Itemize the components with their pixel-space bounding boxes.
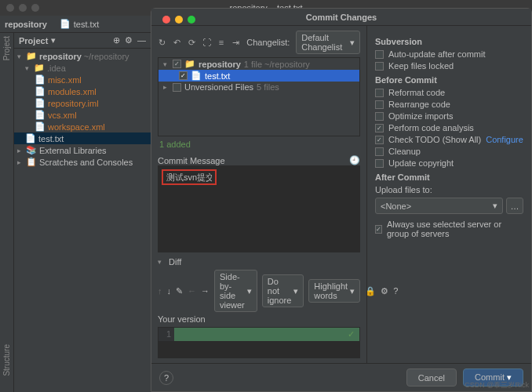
- tree-file[interactable]: 📄workspace.xml: [14, 121, 151, 132]
- tree-external[interactable]: ▸📚External Libraries: [14, 144, 151, 156]
- upload-label: Upload files to:: [375, 185, 523, 194]
- commit-message-label: Commit Message: [158, 156, 225, 165]
- collapse-icon[interactable]: ⇥: [231, 36, 240, 49]
- file-icon: 📄: [35, 110, 46, 120]
- rail-project[interactable]: Project: [2, 36, 11, 60]
- gutter-line: 1: [159, 328, 174, 341]
- scratch-icon: 📋: [26, 157, 37, 167]
- collapse-icon[interactable]: —: [137, 35, 146, 45]
- tree-root[interactable]: ▾📁repository ~/repository: [14, 50, 151, 62]
- checkbox-analysis[interactable]: ✓: [375, 124, 384, 132]
- library-icon: 📚: [26, 145, 37, 155]
- tree-file[interactable]: 📄modules.xml: [14, 85, 151, 97]
- checkbox[interactable]: [173, 83, 181, 92]
- ignore-select[interactable]: Do not ignore▾: [262, 274, 304, 307]
- history-icon[interactable]: 🕘: [349, 155, 360, 165]
- cancel-button[interactable]: Cancel: [406, 368, 457, 387]
- help-button[interactable]: ?: [159, 371, 173, 385]
- group-icon[interactable]: ≡: [217, 36, 226, 49]
- file-icon: 📄: [191, 71, 202, 81]
- dialog-title: Commit Changes: [306, 13, 377, 22]
- file-icon: 📄: [35, 74, 46, 85]
- next-diff-icon[interactable]: ↓: [167, 286, 172, 296]
- configure-link[interactable]: Configure: [486, 135, 523, 144]
- expand-icon[interactable]: ⛶: [202, 36, 211, 49]
- tree-file[interactable]: 📄misc.xml: [14, 74, 151, 85]
- changelist-label: Changelist:: [246, 38, 290, 47]
- subversion-section: Subversion: [375, 37, 523, 46]
- forward-icon[interactable]: →: [201, 286, 210, 296]
- checkbox-keep-locked[interactable]: [375, 62, 384, 71]
- tree-file-row[interactable]: ✓📄test.txt: [159, 70, 359, 82]
- commit-message-box[interactable]: [158, 165, 360, 252]
- checkbox-reformat[interactable]: [375, 89, 384, 97]
- checkbox[interactable]: ✓: [173, 60, 181, 68]
- commit-toolbar: ↻ ↶ ⟳ ⛶ ≡ ⇥ Changelist: Default Changeli…: [158, 31, 360, 54]
- tree-file[interactable]: 📄vcs.xml: [14, 109, 151, 121]
- project-tree: ▾📁repository ~/repository ▾📁.idea 📄misc.…: [14, 49, 151, 169]
- after-commit-section: After Commit: [375, 172, 523, 182]
- file-icon: 📄: [25, 133, 36, 143]
- prev-diff-icon[interactable]: ↑: [158, 286, 162, 296]
- before-commit-section: Before Commit: [375, 75, 523, 85]
- commit-dialog: Commit Changes ↻ ↶ ⟳ ⛶ ≡ ⇥ Changelist: D…: [151, 8, 532, 392]
- tree-repo-row[interactable]: ▾✓📁repository 1 file ~/repository: [159, 58, 359, 70]
- project-breadcrumb[interactable]: repository: [0, 18, 52, 31]
- folder-icon: 📁: [184, 59, 195, 69]
- tree-unversioned-row[interactable]: ▸Unversioned Files 5 files: [159, 82, 359, 93]
- diff-viewer[interactable]: 1✓: [158, 327, 360, 358]
- panel-title: Project: [19, 36, 48, 45]
- checkbox-cleanup[interactable]: [375, 147, 384, 156]
- project-panel: Project▾ ⊕⚙— ▾📁repository ~/repository ▾…: [14, 33, 151, 392]
- upload-more-button[interactable]: …: [506, 198, 523, 214]
- added-count: 1 added: [158, 136, 360, 152]
- upload-select[interactable]: <None>▾: [375, 198, 503, 214]
- tree-idea[interactable]: ▾📁.idea: [14, 62, 151, 74]
- file-icon: 📄: [35, 98, 46, 108]
- changed-files-tree: ▾✓📁repository 1 file ~/repository ✓📄test…: [158, 57, 360, 136]
- checkbox-todo[interactable]: ✓: [375, 136, 384, 144]
- checkbox-optimize[interactable]: [375, 112, 384, 121]
- undo-icon[interactable]: ↶: [173, 36, 181, 49]
- folder-icon: 📁: [34, 63, 45, 73]
- watermark: CSDN @泰三岁Rick: [465, 380, 529, 390]
- tree-file-selected[interactable]: 📄test.txt: [14, 132, 151, 144]
- checkbox[interactable]: ✓: [179, 71, 188, 80]
- dialog-traffic-lights[interactable]: [156, 12, 202, 27]
- refresh-icon[interactable]: ↻: [158, 36, 166, 49]
- highlight-select[interactable]: Highlight words▾: [308, 279, 360, 303]
- chevron-down-icon[interactable]: ▾: [51, 35, 56, 45]
- check-icon: ✓: [343, 328, 359, 341]
- rail-structure[interactable]: Structure: [2, 344, 11, 376]
- back-icon[interactable]: ←: [188, 286, 196, 296]
- file-icon: 📄: [35, 86, 46, 96]
- checkbox-always-server[interactable]: ✓: [375, 225, 382, 234]
- tool-window-rail: Project Structure: [0, 33, 14, 392]
- file-icon: 📄: [35, 122, 46, 132]
- tree-scratches[interactable]: ▸📋Scratches and Consoles: [14, 156, 151, 168]
- chevron-down-icon[interactable]: ▾: [158, 258, 164, 266]
- commit-options-panel: Subversion Auto-update after commit Keep…: [366, 26, 531, 363]
- locate-icon[interactable]: ⊕: [113, 35, 120, 45]
- changelist-select[interactable]: Default Changelist▾: [296, 31, 360, 54]
- traffic-lights: [0, 0, 46, 16]
- diff-label: Diff: [169, 257, 181, 267]
- editor-tab[interactable]: 📄test.txt: [52, 16, 107, 31]
- diff-toolbar: ↑ ↓ ✎ ← → Side-by-side viewer▾ Do not ig…: [158, 270, 360, 312]
- edit-icon[interactable]: ✎: [176, 286, 183, 296]
- checkbox-auto-update[interactable]: [375, 50, 384, 59]
- chevron-down-icon: ▾: [350, 38, 355, 48]
- file-icon: 📄: [60, 19, 71, 29]
- checkbox-copyright[interactable]: [375, 159, 384, 168]
- commit-message-input[interactable]: [162, 169, 217, 185]
- redo-icon[interactable]: ⟳: [188, 36, 196, 49]
- settings-icon[interactable]: ⚙: [125, 35, 133, 45]
- tree-file[interactable]: 📄repository.iml: [14, 97, 151, 109]
- your-version-label: Your version: [158, 314, 360, 324]
- viewer-select[interactable]: Side-by-side viewer▾: [214, 270, 257, 312]
- folder-icon: 📁: [26, 51, 37, 61]
- checkbox-rearrange[interactable]: [375, 100, 384, 109]
